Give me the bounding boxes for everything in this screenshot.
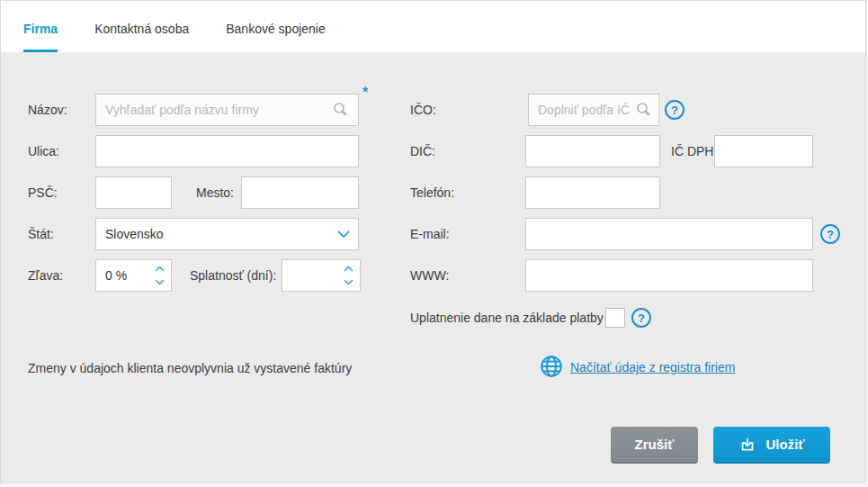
client-form-dialog: Firma Kontaktná osoba Bankové spojenie N… [0,0,866,483]
globe-icon[interactable] [540,355,563,378]
required-asterisk: * [362,86,368,99]
stat-select-value: Slovensko [105,227,164,241]
save-button-label: Uložiť [765,437,804,452]
www-label: WWW: [410,268,449,283]
ico-label: IČO: [410,103,436,117]
icdph-label: IČ DPH: [671,144,717,158]
www-input[interactable] [525,259,813,292]
search-icon [333,102,348,117]
cancel-button-label: Zrušiť [635,437,675,452]
splatnost-label: Splatnosť (dní): [190,268,276,283]
icdph-input[interactable] [714,135,813,167]
ico-help-icon[interactable]: ? [665,100,685,120]
cancel-button[interactable]: Zrušiť [611,427,698,464]
psc-label: PSČ: [28,185,58,200]
nazov-label: Názov: [28,103,67,117]
email-label: E-mail: [410,227,450,241]
email-help-icon[interactable]: ? [820,224,840,244]
save-button[interactable]: Uložiť [713,427,830,464]
search-icon [636,102,651,117]
email-input[interactable] [525,218,813,250]
zlava-input[interactable] [95,259,172,292]
splatnost-input[interactable] [282,259,361,292]
telefon-label: Telefón: [410,185,454,200]
splatnost-spinner-down-icon[interactable] [344,279,353,285]
nazov-input[interactable] [95,94,359,126]
zlava-spinner-up-icon[interactable] [155,266,165,272]
ulica-input[interactable] [95,135,359,167]
mesto-input[interactable] [241,176,359,209]
tax-on-payment-label: Uplatnenie dane na základe platby [410,311,604,325]
stat-select[interactable]: Slovensko [95,218,359,250]
tab-bar: Firma Kontaktná osoba Bankové spojenie [1,1,865,52]
save-icon [738,436,756,454]
dic-input[interactable] [525,135,660,167]
form-body: Názov: * Ulica: PSČ: Mesto: Štát: Sloven… [1,52,865,483]
telefon-input[interactable] [525,176,660,209]
chevron-down-icon [337,230,350,239]
zlava-label: Zľava: [28,268,63,283]
splatnost-spinner-up-icon[interactable] [344,266,353,272]
load-from-register-link[interactable]: Načítať údaje z registra firiem [570,360,735,374]
tab-firma[interactable]: Firma [23,1,58,52]
invoices-unaffected-note: Zmeny v údajoch klienta neovplyvnia už v… [28,361,352,375]
tax-on-payment-help-icon[interactable]: ? [631,308,651,328]
zlava-spinner-down-icon[interactable] [155,279,165,285]
ulica-label: Ulica: [28,144,59,158]
stat-label: Štát: [28,227,54,241]
tab-bankove-spojenie[interactable]: Bankové spojenie [226,1,326,52]
tax-on-payment-checkbox[interactable] [605,308,625,328]
mesto-label: Mesto: [196,185,234,200]
dic-label: DIČ: [410,144,435,158]
psc-input[interactable] [95,176,172,209]
tab-kontaktna-osoba[interactable]: Kontaktná osoba [94,1,189,52]
